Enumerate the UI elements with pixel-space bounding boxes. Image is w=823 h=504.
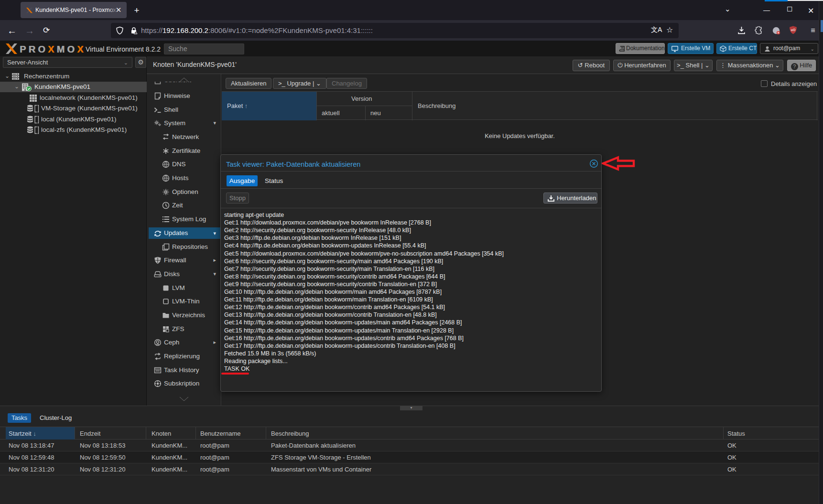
svg-text:uO: uO bbox=[791, 28, 796, 32]
